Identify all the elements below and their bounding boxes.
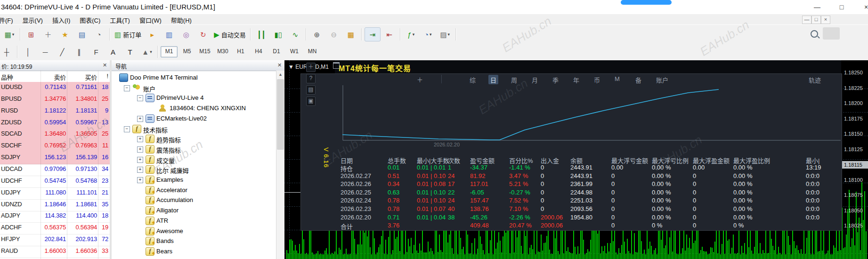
text-button[interactable]: A [105, 45, 121, 59]
horizontal-line-button[interactable]: ─ [37, 45, 53, 59]
market-row-UDUSD[interactable]: UDUSD0.711430.7116118 [0, 82, 110, 94]
chart-close-button[interactable]: × [821, 16, 830, 24]
ea-panel-titlebar[interactable]: MT4统计每一笔交易 [335, 60, 841, 73]
nav-item-成交量[interactable]: +f成交量 [112, 154, 276, 165]
channel-button[interactable]: ∥ [71, 45, 87, 59]
market-row-SDJPY[interactable]: SDJPY156.123156.13916 [0, 152, 110, 164]
nav-item-技术指标[interactable]: −f技术指标 [112, 124, 276, 134]
ea-tab-备[interactable]: 备 [633, 75, 643, 84]
maximize-button[interactable]: □ [831, 2, 852, 13]
chart-area[interactable]: ▼ EURUSD,M1 ＋?▤▣ MT4统计每一笔交易 ＋ 轨迹 V 6.16 … [284, 60, 868, 259]
minimize-button[interactable]: — [806, 2, 828, 13]
market-row-BPUSD[interactable]: BPUSD1.347761.3480125 [0, 94, 110, 106]
ea-tab-月[interactable]: 月 [530, 75, 540, 84]
timeframe-H1[interactable]: H1 [232, 46, 249, 57]
chart-minimize-button[interactable]: — [802, 16, 811, 24]
timeframe-W1[interactable]: W1 [286, 46, 303, 57]
menu-帮助(H)[interactable]: 帮助(H) [166, 14, 196, 24]
market-row-ZDUSD[interactable]: ZDUSD0.599540.5996713 [0, 117, 110, 130]
market-row-UDCAD[interactable]: UDCAD0.970960.9713034 [0, 164, 110, 176]
ea-tab-日[interactable]: 日 [488, 75, 498, 84]
close-button[interactable]: × [855, 2, 868, 13]
market-row-UDCHF[interactable]: UDCHF0.547450.5476823 [0, 176, 110, 188]
dropdown-arrow-icon[interactable]: ▾ [413, 32, 415, 37]
expand-icon[interactable]: + [137, 167, 143, 173]
timeframe-M15[interactable]: M15 [196, 46, 213, 57]
ea-tab-综[interactable]: 综 [468, 75, 478, 84]
timeframe-MN[interactable]: MN [304, 46, 321, 57]
expand-icon[interactable]: + [137, 146, 143, 153]
tile-windows-button[interactable]: ▦ [343, 27, 359, 41]
navigator-button[interactable]: ★ [57, 27, 73, 41]
dropdown-arrow-icon[interactable]: ▾ [430, 32, 432, 37]
ea-tab-币[interactable]: 币 [592, 75, 602, 84]
crosshair-button[interactable]: ┼ [0, 45, 15, 59]
restore-window-icon[interactable] [333, 62, 340, 69]
nav-item-ECMarkets-Live02[interactable]: +ECMarkets-Live02 [112, 113, 276, 124]
options-button[interactable]: ↻ [195, 27, 211, 41]
menu-工具(T)[interactable]: 工具(T) [105, 14, 135, 24]
label-button[interactable]: T [122, 45, 138, 59]
scripts-button[interactable]: ▥ [161, 27, 177, 41]
nav-item-趋势指标[interactable]: +f趋势指标 [112, 134, 276, 144]
market-row-SDCHF[interactable]: SDCHF0.769520.7696311 [0, 140, 110, 153]
auto-scroll-button[interactable]: ⇥ [365, 27, 381, 41]
ea-tab-周[interactable]: 周 [509, 75, 519, 84]
window-icon[interactable]: ▣ [306, 97, 316, 106]
market-row-ADJPY[interactable]: ADJPY114.382114.40018 [0, 210, 110, 223]
chart-shift-button[interactable]: ⇤ [381, 27, 397, 41]
dropdown-arrow-icon[interactable]: ▾ [448, 32, 450, 37]
menu-件(F)[interactable]: 件(F) [0, 14, 18, 24]
expand-icon[interactable]: + [137, 136, 143, 142]
navigator-close-icon[interactable]: ✕ [276, 62, 283, 69]
nav-item-Bands[interactable]: fBands [112, 236, 276, 246]
bar-chart-button[interactable]: ┃┃ [253, 27, 269, 41]
shapes-button[interactable]: ▲▾ [139, 45, 155, 59]
templates-button[interactable]: ▨▾ [437, 27, 453, 41]
nav-item-比尔 威廉姆[interactable]: +f比尔 威廉姆 [112, 164, 276, 175]
trendline-button[interactable]: ╱ [54, 45, 70, 59]
nav-item-Bears[interactable]: fBears [112, 246, 276, 257]
nav-item-1834604: CHENG XINGXIN[interactable]: 1834604: CHENG XINGXIN [112, 103, 276, 113]
nav-item-Awesome[interactable]: fAwesome [112, 226, 276, 236]
collapse-icon[interactable]: − [137, 95, 143, 101]
fibonacci-button[interactable]: F [88, 45, 104, 59]
nav-item-Alligator[interactable]: fAlligator [112, 205, 276, 216]
market-row-SDCAD[interactable]: SDCAD1.364801.3650525 [0, 129, 110, 141]
col-symbol[interactable]: 品种 [1, 73, 13, 81]
terminal-button[interactable]: ▤ [74, 27, 90, 41]
ea-tab-年[interactable]: 年 [571, 75, 581, 84]
nav-item-震荡指标[interactable]: +f震荡指标 [112, 144, 276, 154]
metaeditor-button[interactable]: ◎ [178, 27, 194, 41]
timeframe-M5[interactable]: M5 [178, 46, 195, 57]
grid-icon[interactable]: ▤ [306, 85, 316, 95]
zoom-out-button[interactable]: ⊖ [326, 27, 342, 41]
ea-tab-季[interactable]: 季 [551, 75, 560, 84]
menu-显示(V)[interactable]: 显示(V) [18, 14, 48, 24]
nav-item-账户[interactable]: −账户 [112, 83, 276, 93]
chart-restore-button[interactable]: □ [811, 16, 821, 24]
market-row-RAUD[interactable]: RAUD1.660031.6603633 [0, 246, 110, 258]
menu-窗口(W)[interactable]: 窗口(W) [135, 14, 166, 24]
candle-chart-button[interactable]: ▮▯ [270, 27, 286, 41]
timeframe-D1[interactable]: D1 [268, 46, 285, 57]
timeframe-H4[interactable]: H4 [250, 46, 267, 57]
nav-item-Accelerator[interactable]: fAccelerator [112, 185, 276, 195]
market-row-RUSD[interactable]: RUSD1.181221.181319 [0, 105, 110, 118]
scroll-up-icon[interactable]: ▲ [276, 71, 284, 78]
line-chart-button[interactable]: ∿ [287, 27, 303, 41]
strategy-tester-button[interactable]: ◔ [91, 27, 107, 41]
indicators-button[interactable]: ƒ▾ [403, 27, 419, 41]
market-watch-button[interactable]: ⊞ [23, 27, 39, 41]
nav-item-DPrimeVU-Live 4[interactable]: −DPrimeVU-Live 4 [112, 93, 276, 103]
vertical-line-button[interactable]: │ [20, 45, 36, 59]
market-row-UDJPY[interactable]: UDJPY111.080111.10121 [0, 187, 110, 200]
market-watch-close-icon[interactable]: ✕ [101, 62, 108, 69]
expert-advisors-button[interactable]: ▸ [144, 27, 160, 41]
zoom-in-button[interactable]: ⊕ [309, 27, 325, 41]
ea-tab-M[interactable]: M [613, 75, 622, 84]
collapse-icon[interactable]: − [124, 126, 130, 132]
nav-item-Accumulation[interactable]: fAccumulation [112, 195, 276, 205]
menu-图表(C)[interactable]: 图表(C) [75, 14, 105, 24]
timeframe-M30[interactable]: M30 [214, 46, 231, 57]
